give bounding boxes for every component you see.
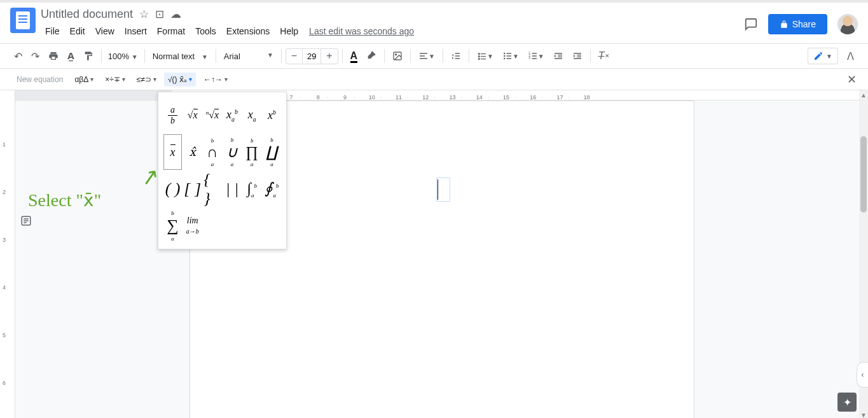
page-area bbox=[15, 90, 868, 418]
math-operations-dropdown: ab √x n√x xab xa xb x x̂ b∩a b∪a b∏a b∐a… bbox=[158, 92, 287, 249]
font-size-increase[interactable]: + bbox=[321, 49, 337, 63]
zoom-select[interactable]: 100% ▼ bbox=[106, 49, 141, 64]
lock-icon bbox=[780, 20, 789, 29]
math-bigcup[interactable]: b∪a bbox=[223, 134, 241, 170]
clear-formatting-button[interactable]: T✕ bbox=[595, 48, 614, 64]
vruler-tick: 4 bbox=[3, 284, 6, 291]
math-braces[interactable]: { } bbox=[203, 171, 221, 207]
eq-group-operators[interactable]: ×÷∓▾ bbox=[101, 73, 129, 87]
menubar: File Edit View Insert Format Tools Exten… bbox=[41, 24, 744, 39]
eq-group-relations[interactable]: ≤≠⊃▾ bbox=[133, 73, 160, 87]
menu-help[interactable]: Help bbox=[275, 24, 303, 39]
new-equation-button[interactable]: New equation bbox=[13, 73, 67, 87]
numbered-list-button[interactable]: 123▼ bbox=[524, 48, 548, 64]
comments-icon[interactable] bbox=[744, 17, 758, 31]
paint-format-button[interactable] bbox=[79, 48, 97, 64]
menu-insert[interactable]: Insert bbox=[120, 24, 151, 39]
svg-text:3: 3 bbox=[528, 57, 530, 60]
document-title[interactable]: Untitled document bbox=[41, 8, 133, 21]
vruler-tick: 3 bbox=[3, 237, 6, 243]
bulleted-list-button[interactable]: ▼ bbox=[499, 48, 523, 64]
font-size-group: − + bbox=[286, 48, 338, 64]
font-select[interactable]: Arial▼ bbox=[220, 49, 277, 64]
math-nthroot[interactable]: n√x bbox=[203, 97, 221, 133]
paragraph-style-select[interactable]: Normal text ▼ bbox=[149, 49, 212, 64]
hruler-tick: 18 bbox=[575, 94, 599, 101]
workspace: 1 2 3 4 5 6 3 4 5 6 7 8 9 10 11 12 13 14… bbox=[0, 90, 868, 418]
math-subsup[interactable]: xab bbox=[223, 97, 241, 133]
equation-toolbar: New equation αβΔ▾ ×÷∓▾ ≤≠⊃▾ √() x̄ₐ▾ ←↑→… bbox=[0, 69, 868, 90]
insert-image-button[interactable] bbox=[389, 48, 406, 64]
vertical-ruler: 1 2 3 4 5 6 bbox=[0, 90, 15, 418]
font-size-decrease[interactable]: − bbox=[286, 49, 302, 63]
eq-group-math[interactable]: √() x̄ₐ▾ bbox=[164, 73, 196, 87]
svg-point-4 bbox=[504, 58, 506, 60]
redo-button[interactable]: ↷ bbox=[27, 48, 43, 65]
toolbar: ↶ ↷ A̲ 100% ▼ Normal text ▼ Arial▼ − + A… bbox=[0, 43, 868, 69]
scroll-thumb[interactable] bbox=[860, 136, 867, 212]
math-lim[interactable]: lima→b bbox=[183, 208, 202, 244]
vruler-tick: 6 bbox=[3, 380, 6, 386]
font-size-input[interactable] bbox=[302, 49, 321, 64]
outline-icon[interactable] bbox=[20, 215, 32, 226]
math-abs[interactable]: | | bbox=[223, 171, 241, 207]
hide-menus-button[interactable]: ᐱ bbox=[843, 48, 858, 65]
math-sub[interactable]: xa bbox=[243, 97, 261, 133]
math-integral[interactable]: ∫ab bbox=[243, 171, 261, 207]
svg-point-3 bbox=[504, 55, 506, 57]
math-bigcap[interactable]: b∩a bbox=[203, 134, 221, 170]
menu-view[interactable]: View bbox=[91, 24, 119, 39]
share-button[interactable]: Share bbox=[768, 14, 827, 34]
menu-edit[interactable]: Edit bbox=[65, 24, 90, 39]
math-ointegral[interactable]: ∮ab bbox=[263, 171, 281, 207]
editing-mode-button[interactable]: ▼ bbox=[808, 48, 838, 64]
highlight-button[interactable] bbox=[362, 48, 380, 64]
eq-group-arrows[interactable]: ←↑→▾ bbox=[200, 73, 231, 87]
move-icon[interactable]: ⊡ bbox=[155, 8, 164, 21]
math-bar[interactable]: x bbox=[163, 134, 182, 170]
equation-field[interactable] bbox=[436, 178, 450, 202]
text-color-button[interactable]: A bbox=[347, 48, 362, 64]
scroll-up-arrow[interactable]: ▲ bbox=[860, 92, 867, 99]
scroll-down-arrow[interactable]: ▼ bbox=[860, 412, 867, 418]
explore-button[interactable]: ✦ bbox=[837, 393, 857, 412]
math-coprod[interactable]: b∐a bbox=[263, 134, 281, 170]
eq-group-greek[interactable]: αβΔ▾ bbox=[71, 73, 97, 87]
increase-indent-button[interactable] bbox=[568, 48, 586, 64]
side-panel-toggle[interactable]: ‹ bbox=[857, 362, 868, 387]
menu-format[interactable]: Format bbox=[153, 24, 189, 39]
math-brackets[interactable]: [ ] bbox=[183, 171, 202, 207]
docs-logo[interactable] bbox=[10, 8, 36, 33]
math-sqrt[interactable]: √x bbox=[183, 97, 202, 133]
line-spacing-button[interactable] bbox=[447, 48, 465, 64]
star-icon[interactable]: ☆ bbox=[139, 8, 149, 21]
math-fraction[interactable]: ab bbox=[163, 97, 182, 133]
vruler-tick: 2 bbox=[3, 189, 6, 195]
math-sup[interactable]: xb bbox=[263, 97, 281, 133]
checklist-button[interactable]: ▼ bbox=[473, 48, 497, 64]
header: Untitled document ☆ ⊡ ☁ File Edit View I… bbox=[0, 3, 868, 43]
menu-file[interactable]: File bbox=[41, 24, 64, 39]
math-hat[interactable]: x̂ bbox=[183, 134, 202, 170]
math-sum[interactable]: b∑a bbox=[163, 208, 182, 244]
math-parens[interactable]: ( ) bbox=[163, 171, 182, 207]
close-equation-bar[interactable]: ✕ bbox=[847, 73, 857, 87]
avatar[interactable] bbox=[837, 14, 858, 34]
share-button-label: Share bbox=[792, 19, 816, 29]
undo-button[interactable]: ↶ bbox=[10, 48, 26, 65]
align-button[interactable]: ▼ bbox=[415, 48, 439, 64]
print-button[interactable] bbox=[45, 48, 62, 64]
cloud-status-icon[interactable]: ☁ bbox=[170, 8, 181, 21]
menu-extensions[interactable]: Extensions bbox=[222, 24, 274, 39]
math-prod[interactable]: b∏a bbox=[243, 134, 261, 170]
svg-point-1 bbox=[396, 54, 397, 55]
svg-point-2 bbox=[504, 53, 506, 55]
spellcheck-button[interactable]: A̲ bbox=[64, 48, 78, 64]
horizontal-ruler[interactable]: 3 4 5 6 7 8 9 10 11 12 13 14 15 16 17 18 bbox=[15, 90, 859, 101]
last-edit-link[interactable]: Last edit was seconds ago bbox=[309, 26, 414, 36]
menu-tools[interactable]: Tools bbox=[191, 24, 221, 39]
decrease-indent-button[interactable] bbox=[549, 48, 567, 64]
vruler-tick: 5 bbox=[3, 332, 6, 338]
vruler-tick: 1 bbox=[3, 141, 6, 148]
